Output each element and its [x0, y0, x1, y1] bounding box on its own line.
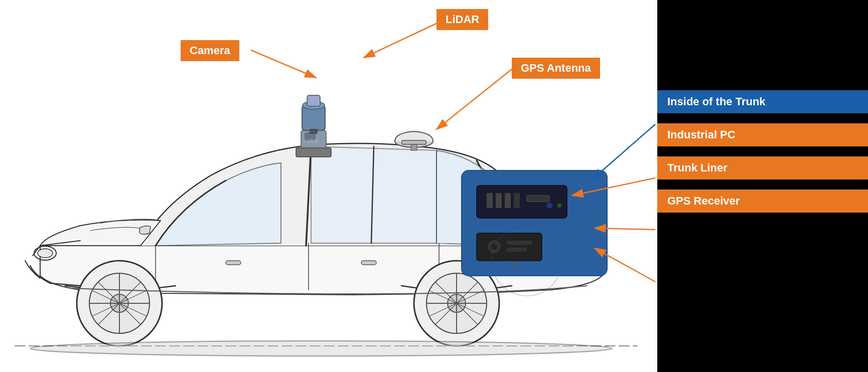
svg-rect-45 [527, 196, 549, 202]
svg-rect-35 [310, 129, 317, 133]
inside-trunk-label: Inside of the Trunk [657, 90, 868, 113]
lidar-label: LiDAR [437, 9, 488, 30]
camera-label: Camera [181, 40, 239, 61]
svg-rect-2 [226, 261, 241, 265]
right-panel: Inside of the Trunk Industrial PC Trunk … [657, 0, 868, 372]
svg-rect-52 [507, 248, 527, 252]
svg-rect-28 [296, 148, 331, 157]
svg-rect-42 [496, 193, 502, 208]
gps-antenna-label: GPS Antenna [512, 58, 600, 79]
svg-point-26 [30, 341, 612, 356]
svg-point-46 [546, 203, 552, 209]
industrial-pc-label: Industrial PC [657, 123, 868, 146]
svg-rect-41 [487, 193, 493, 208]
trunk-liner-label: Trunk Liner [657, 156, 868, 179]
svg-rect-38 [411, 144, 417, 150]
svg-point-47 [557, 204, 561, 208]
svg-rect-3 [361, 261, 376, 265]
svg-rect-44 [514, 193, 520, 208]
svg-rect-43 [505, 193, 511, 208]
diagram-area: CAMERA [0, 0, 657, 372]
svg-point-1 [38, 249, 53, 258]
svg-rect-34 [307, 95, 320, 106]
svg-rect-48 [477, 233, 542, 261]
main-container: CAMERA [0, 0, 868, 372]
svg-text:CAMERA: CAMERA [305, 139, 319, 144]
svg-rect-37 [402, 140, 426, 144]
gps-receiver-label: GPS Receiver [657, 190, 868, 213]
svg-rect-51 [507, 241, 532, 245]
svg-point-50 [491, 244, 497, 250]
